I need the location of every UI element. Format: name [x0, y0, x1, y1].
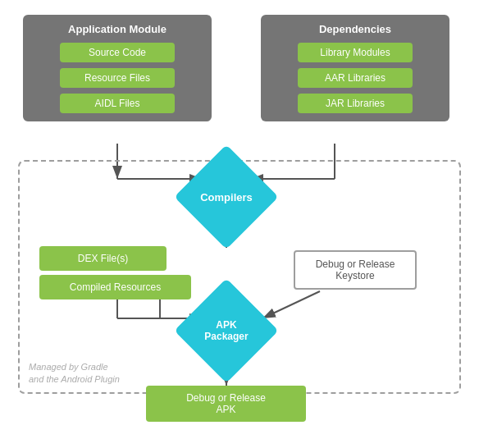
resource-files-item: Resource Files: [60, 68, 175, 88]
dependencies-title: Dependencies: [319, 23, 391, 35]
build-diagram: Application Module Source Code Resource …: [0, 0, 479, 448]
aidl-files-item: AIDL Files: [60, 94, 175, 113]
jar-libraries-item: JAR Libraries: [298, 94, 413, 113]
final-apk-box: Debug or Release APK: [146, 386, 306, 422]
source-code-item: Source Code: [60, 43, 175, 62]
library-modules-item: Library Modules: [298, 43, 413, 62]
apk-packager-label: APK Packager: [204, 319, 248, 342]
aar-libraries-item: AAR Libraries: [298, 68, 413, 88]
apk-packager-diamond: APK Packager: [181, 294, 271, 368]
compiled-resources-box: Compiled Resources: [39, 275, 191, 299]
compilers-diamond: Compilers: [181, 160, 271, 234]
app-module-title: Application Module: [68, 23, 167, 35]
keystore-box: Debug or Release Keystore: [294, 250, 417, 290]
gradle-label: Managed by Gradle and the Android Plugin: [29, 361, 120, 386]
dex-files-box: DEX File(s): [39, 246, 167, 271]
compilers-label: Compilers: [200, 191, 253, 203]
dependencies-box: Dependencies Library Modules AAR Librari…: [261, 15, 449, 121]
app-module-box: Application Module Source Code Resource …: [23, 15, 212, 121]
